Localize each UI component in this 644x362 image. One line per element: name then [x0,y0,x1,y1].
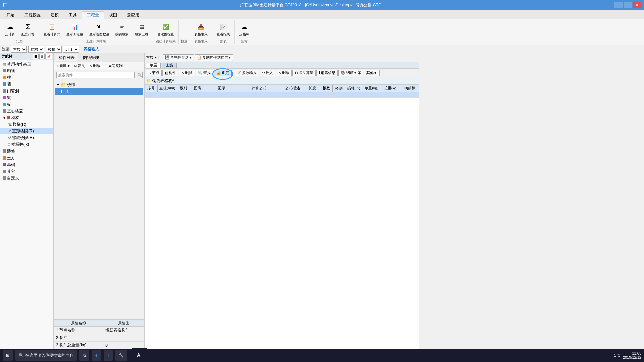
rebar-library-button[interactable]: 📚 钢筋图库 [338,70,363,76]
sidebar-item-foundation[interactable]: 基础 [0,161,53,168]
table-param-input-button[interactable]: 📝 参数输入 [234,70,259,76]
cell-count[interactable] [320,92,333,98]
sidebar-item-column[interactable]: 柱 [0,74,53,81]
sidebar-item-others[interactable]: 其它 [0,168,53,175]
cell-calc-formula[interactable] [238,92,280,98]
search-button[interactable]: 🔍 在这里输入你要搜索的内容 [15,350,77,361]
view-report-button[interactable]: 📈 查看报表 [214,20,232,38]
props-value-2[interactable] [103,334,144,342]
sidebar-item-slab[interactable]: 板 [0,101,53,108]
cloud-calc-button[interactable]: ☁ 云计算 [3,20,17,38]
task-view-button[interactable]: ⧉ [79,350,89,361]
cell-grade[interactable] [177,92,190,98]
segment-search-input[interactable] [56,72,135,78]
seg-tab-drawing[interactable]: 图纸管理 [79,54,103,61]
sidebar-item-straight-stair[interactable]: ↗ 直形楼段(R) [0,128,53,134]
sidebar-item-stair-shaft[interactable]: □ 楼梯井(R) [0,141,53,148]
cell-length[interactable] [305,92,320,98]
table-insert-button[interactable]: ↪ 插入 [260,70,275,76]
table-component-button[interactable]: ◧ 构件 [162,70,178,76]
list-view-button[interactable]: ☰ [33,54,39,59]
rebar-3d-button[interactable]: ▤ 钢筋三维 [132,20,151,38]
seg-copy-button[interactable]: ⧉ 复制 [73,63,87,69]
table-input-button[interactable]: 📥 表格输入 [192,20,210,38]
tab-tools[interactable]: 工具 [64,11,82,19]
tab-project-settings[interactable]: 工程设置 [19,11,46,19]
floor-select[interactable]: 首层 二层 [11,46,27,53]
table-find-button[interactable]: 🔍 查找 [196,70,213,76]
component-type-select[interactable]: 楼梯 板 [28,46,44,53]
tree-area: ▤ 常用构件类型 轴线 柱 墙 门窗洞 梁 [0,60,53,349]
tab-main-rebar[interactable]: 主筋 [162,63,177,68]
col-length: 长度 [305,85,320,92]
sidebar-item-wall[interactable]: 墙 [0,81,53,87]
minimize-button[interactable]: ─ [614,2,623,8]
props-value-1[interactable]: 钢筋表格构件 [103,327,144,334]
table-row[interactable]: 1 [145,92,419,98]
cell-rebar-mark[interactable] [400,92,419,98]
cell-formula-desc[interactable] [280,92,305,98]
start-button[interactable]: ⊞ [3,350,13,361]
view-calc-formula-button[interactable]: 📋 查看计算式 [41,20,63,38]
tab-cloud[interactable]: 云应用 [122,11,144,19]
seg-tree-stair[interactable]: ▼ 📁 楼梯 [55,81,143,88]
tab-modeling[interactable]: 建模 [46,11,64,19]
table-delete-button[interactable]: ✕ 删除 [179,70,195,76]
code-select[interactable]: LT-1 [63,46,79,53]
tab-start[interactable]: 开始 [1,11,19,19]
seg-region-copy-button[interactable]: ⊞ 局间复制 [103,63,124,69]
sidebar-item-earthwork[interactable]: 土方 [0,155,53,161]
sidebar-item-stair[interactable]: ▼ 楼梯 [0,114,53,121]
restore-button[interactable]: □ [624,2,632,8]
taskbar-right: -1°C 11:05 2019/12/12 [613,351,641,359]
pin-button[interactable]: 📌 [45,54,52,59]
extra-app-button[interactable]: 🔧 [115,350,127,361]
sidebar-item-axis[interactable]: 轴线 [0,67,53,74]
cell-unit-weight[interactable] [362,92,381,98]
group-report-label: 报表 [220,38,227,44]
cell-shape[interactable] [205,92,238,98]
sidebar-item-custom[interactable]: 自定义 [0,175,53,181]
single-component-save-button[interactable]: 💾 单构件存盘 ▾ [163,54,194,61]
seg-tree-lt1[interactable]: LT-1 [55,88,143,95]
cell-total-weight[interactable] [381,92,400,98]
cell-diameter[interactable] [157,92,177,98]
cell-lap[interactable] [333,92,345,98]
summary-calc-icon: Σ [23,22,33,32]
sidebar-item-hollow-slab[interactable]: 空心楼盖 [0,108,53,114]
summary-calc-button[interactable]: Σ 汇总计算 [19,20,37,38]
cell-waste[interactable] [345,92,362,98]
edit-rebar-button[interactable]: ✏ 编辑钢筋 [113,20,131,38]
sidebar-item-beam[interactable]: 梁 [0,94,53,101]
seg-new-button[interactable]: + 新建▼ [55,63,72,69]
scale-calc-button[interactable]: ⊟ 缩尺算量 [292,70,316,76]
expand-button[interactable]: ⊞ [39,54,45,59]
cloud-indicator-button[interactable]: ☁ 云指标 [237,20,252,38]
copy-to-floor-button[interactable]: 📋 复制构件到楼层 ▾ [195,54,233,61]
gtj-app-button[interactable]: T [104,350,113,361]
seg-search-button[interactable]: 🔍 [137,72,143,78]
component-select[interactable]: 楼梯 [46,46,62,53]
close-button[interactable]: ✕ [633,2,641,8]
others-button[interactable]: 其他▼ [364,70,380,76]
sidebar-item-decoration[interactable]: 装修 [0,148,53,155]
browser-button[interactable]: e [92,350,101,361]
tab-view[interactable]: 视图 [104,11,122,19]
seg-delete-button[interactable]: ✕ 删除 [88,63,102,69]
sidebar-item-door-window[interactable]: 门窗洞 [0,87,53,94]
rebar-info-button[interactable]: ℹ 钢筋信息 [316,70,338,76]
seg-tab-component-list[interactable]: 构件列表 [55,54,78,61]
sidebar-item-common[interactable]: ▤ 常用构件类型 [0,61,53,67]
sidebar-item-stair-r[interactable]: 🏗 楼梯(R) [0,121,53,128]
cell-drawing-no[interactable] [190,92,205,98]
view-engineering-qty-button[interactable]: 📊 查看工程量 [64,20,86,38]
sidebar-item-spiral-stair[interactable]: ↺ 螺旋楼段(R) [0,134,53,141]
view-rebar-count-button[interactable]: 👁 查看视图数量 [87,20,112,38]
legality-check-button[interactable]: ✅ 合法性检查 [155,20,176,38]
table-delete2-button[interactable]: ✕ 删除 [276,70,292,76]
table-node-button[interactable]: ⊕ 节点 [146,70,162,76]
ai-label[interactable]: Ai [132,348,147,362]
tab-engineering[interactable]: 工程量 [82,11,104,19]
tab-single-layer[interactable]: 单层 [146,63,161,68]
table-lock-button[interactable]: 🔒 锁定 [214,70,232,76]
